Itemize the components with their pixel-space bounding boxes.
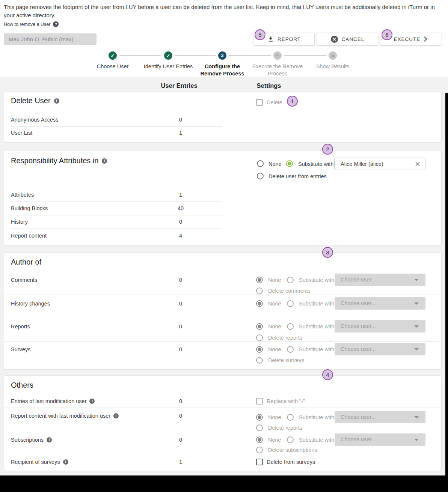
step-4-circle[interactable]: 4 bbox=[273, 51, 282, 60]
row-label: Reports bbox=[11, 323, 30, 330]
step-3-number: 3 bbox=[221, 53, 224, 58]
info-icon[interactable] bbox=[102, 158, 107, 164]
comments-substitute-radio bbox=[287, 277, 294, 283]
cancel-x-icon bbox=[331, 36, 338, 43]
step-2-label: Identify User Entries bbox=[136, 63, 200, 70]
step-5-circle[interactable]: 5 bbox=[329, 51, 337, 60]
delete-surveys-label: Delete surveys bbox=[268, 357, 304, 363]
row-value: 0 bbox=[154, 219, 207, 225]
selected-user-value: Max John Q. Public (max) bbox=[9, 36, 74, 42]
substitute-label: Substitute with bbox=[299, 277, 334, 283]
cancel-button[interactable]: CANCEL bbox=[317, 33, 378, 45]
card-title-delete-user: Delete User bbox=[11, 96, 59, 105]
info-icon[interactable] bbox=[89, 399, 95, 404]
step-5-label: Show Results bbox=[301, 63, 365, 70]
row-label: Attributes bbox=[11, 192, 34, 198]
surveys-choose-user-select: Choose user... bbox=[335, 343, 425, 355]
substitute-user-input[interactable]: Alice Miller (alice) bbox=[334, 158, 425, 170]
divider bbox=[4, 408, 441, 408]
choose-user-placeholder: Choose user... bbox=[341, 346, 376, 352]
row-value: 1 bbox=[154, 130, 207, 136]
step-1-label: Choose User bbox=[81, 63, 145, 70]
card-responsibility-attributes: Responsibility Attributes in None Substi… bbox=[4, 150, 442, 246]
step-2-circle[interactable] bbox=[164, 51, 172, 60]
download-icon bbox=[268, 36, 274, 42]
step-1-circle[interactable] bbox=[109, 51, 117, 60]
info-icon[interactable] bbox=[63, 459, 68, 465]
row-label: Report content bbox=[11, 233, 47, 239]
step-3-circle[interactable]: 3 bbox=[218, 51, 226, 60]
substitute-label: Substitute with bbox=[299, 346, 334, 352]
divider bbox=[4, 318, 441, 318]
responsibility-none-radio[interactable] bbox=[257, 160, 264, 167]
row-label: Surveys bbox=[11, 346, 30, 352]
delete-from-surveys-label: Delete from surveys bbox=[267, 459, 315, 465]
row-label-text: History changes bbox=[11, 301, 50, 307]
divider bbox=[11, 215, 222, 215]
info-icon[interactable] bbox=[54, 98, 59, 104]
row-label: User List bbox=[11, 130, 32, 136]
row-value: 0 bbox=[154, 346, 207, 352]
delete-surveys-radio bbox=[256, 357, 263, 364]
cancel-button-label: CANCEL bbox=[342, 36, 365, 42]
delete-subscriptions-label: Delete subscriptions bbox=[268, 447, 317, 453]
none-label: None bbox=[268, 437, 281, 443]
row-value: 1 bbox=[154, 192, 207, 198]
responsibility-delete-radio[interactable] bbox=[257, 173, 264, 179]
delete-from-surveys-checkbox[interactable] bbox=[256, 459, 263, 465]
report-content-choose-user-select: Choose user... bbox=[335, 411, 425, 423]
responsibility-substitute-radio[interactable] bbox=[286, 160, 293, 167]
row-label: Report content with last modification us… bbox=[11, 413, 119, 419]
row-value: 0 bbox=[154, 323, 207, 330]
subscriptions-substitute-radio bbox=[287, 436, 294, 443]
clear-x-icon[interactable] bbox=[415, 161, 420, 168]
row-label: History changes bbox=[11, 301, 50, 307]
divider bbox=[4, 342, 441, 342]
substitute-label: Substitute with bbox=[299, 323, 334, 330]
replace-with-dash-label: Replace with "-" bbox=[267, 398, 305, 404]
annotation-3: 3 bbox=[322, 247, 333, 258]
substitute-label: Substitute with bbox=[299, 414, 334, 420]
divider bbox=[11, 126, 222, 127]
history-substitute-radio bbox=[287, 300, 294, 307]
help-row: How to remove a User bbox=[4, 21, 59, 27]
divider bbox=[11, 202, 222, 202]
reports-substitute-radio bbox=[287, 323, 294, 330]
choose-user-placeholder: Choose user... bbox=[341, 414, 376, 420]
choose-user-placeholder: Choose user... bbox=[341, 436, 376, 442]
row-value: 0 bbox=[154, 277, 207, 283]
card-title-text: Delete User bbox=[11, 96, 51, 105]
selected-user-field[interactable]: Max John Q. Public (max) bbox=[4, 33, 97, 45]
help-link[interactable]: How to remove a User bbox=[4, 22, 50, 27]
chevron-right-icon bbox=[424, 36, 427, 42]
card-author-of: Author of Comments 0 None Substitute wit… bbox=[4, 252, 442, 370]
step-5-number: 5 bbox=[332, 53, 334, 58]
help-question-icon[interactable] bbox=[53, 21, 59, 27]
annotation-2: 2 bbox=[322, 144, 333, 155]
substitute-label: Substitute with bbox=[299, 301, 334, 307]
step-connector bbox=[284, 55, 326, 56]
divider bbox=[11, 229, 222, 229]
info-icon[interactable] bbox=[47, 437, 52, 442]
row-label-text: Anonymous Access bbox=[11, 117, 59, 123]
row-label-text: Surveys bbox=[11, 346, 30, 352]
delete-reports-label: Delete reports bbox=[268, 425, 302, 431]
none-label: None bbox=[268, 346, 281, 352]
row-value: 0 bbox=[154, 301, 207, 307]
row-label-text: Report content bbox=[11, 233, 47, 239]
intro-paragraph: This page removes the footprint of the u… bbox=[4, 3, 440, 20]
annotation-1: 1 bbox=[287, 96, 298, 107]
row-label: Recipient of surveys bbox=[11, 459, 68, 465]
row-label-text: User List bbox=[11, 130, 32, 136]
responsibility-none-label: None bbox=[268, 161, 282, 167]
substitute-label: Substitute with bbox=[299, 437, 334, 443]
info-icon[interactable] bbox=[113, 413, 119, 418]
row-label-text: Attributes bbox=[11, 192, 34, 198]
card-title-author-of: Author of bbox=[11, 258, 41, 266]
delete-reports-radio bbox=[256, 424, 263, 431]
comments-none-radio bbox=[256, 277, 263, 283]
annotation-4: 4 bbox=[322, 369, 333, 380]
dropdown-arrow-icon bbox=[414, 416, 419, 418]
choose-user-placeholder: Choose user... bbox=[341, 300, 376, 306]
reports-choose-user-select: Choose user... bbox=[335, 320, 425, 333]
